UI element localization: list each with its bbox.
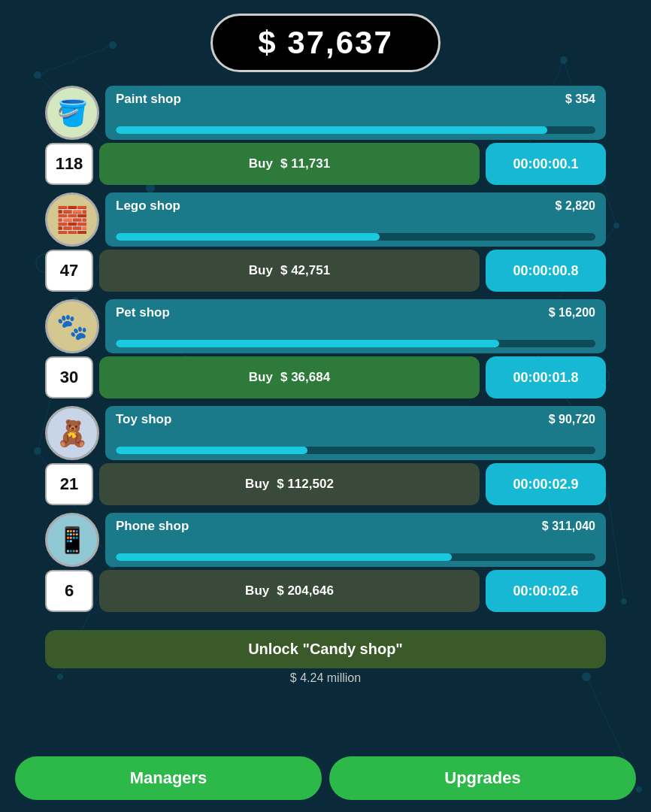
shop-card-toy-shop: 🧸 Toy shop $ 90,720 21 Buy $ 112,502 00:…: [45, 406, 606, 505]
shop-earning-pet-shop: $ 16,200: [549, 306, 595, 320]
unlock-label: Unlock "Candy shop": [248, 641, 403, 657]
timer-text-phone-shop: 00:00:02.6: [513, 583, 578, 599]
buy-label-toy-shop: Buy: [245, 477, 269, 492]
shop-name-lego-shop: Lego shop: [116, 198, 180, 214]
shop-timer-button-phone-shop[interactable]: 00:00:02.6: [486, 570, 606, 612]
shop-icon-phone-shop: 📱: [45, 513, 99, 567]
shop-info-bar-lego-shop: Lego shop $ 2,820: [105, 192, 606, 247]
shop-icon-paint-shop: 🪣: [45, 86, 99, 140]
shop-name-phone-shop: Phone shop: [116, 519, 189, 534]
unlock-candy-shop-button[interactable]: Unlock "Candy shop": [45, 630, 606, 668]
shop-earning-paint-shop: $ 354: [565, 92, 595, 106]
buy-label-pet-shop: Buy: [249, 370, 273, 385]
shop-timer-button-pet-shop[interactable]: 00:00:01.8: [486, 356, 606, 398]
shop-earning-lego-shop: $ 2,820: [556, 199, 595, 213]
shop-earning-toy-shop: $ 90,720: [549, 413, 595, 426]
shop-name-paint-shop: Paint shop: [116, 92, 181, 107]
shop-progress-lego-shop: [116, 233, 595, 241]
shop-buy-button-lego-shop[interactable]: Buy $ 42,751: [99, 250, 480, 292]
managers-button[interactable]: Managers: [15, 756, 322, 800]
balance-box: $ 37,637: [210, 14, 441, 72]
shop-card-pet-shop: 🐾 Pet shop $ 16,200 30 Buy $ 36,684 00:0…: [45, 299, 606, 398]
shop-timer-button-toy-shop[interactable]: 00:00:02.9: [486, 463, 606, 505]
buy-price-pet-shop: $ 36,684: [280, 370, 330, 385]
shop-card-paint-shop: 🪣 Paint shop $ 354 118 Buy $ 11,731 00:0…: [45, 86, 606, 185]
buy-price-paint-shop: $ 11,731: [280, 156, 330, 171]
shop-icon-lego-shop: 🧱: [45, 192, 99, 247]
balance-text: $ 37,637: [258, 25, 393, 60]
buy-label-lego-shop: Buy: [249, 263, 273, 278]
timer-text-toy-shop: 00:00:02.9: [513, 477, 578, 492]
shop-buy-button-pet-shop[interactable]: Buy $ 36,684: [99, 356, 480, 398]
shop-info-bar-phone-shop: Phone shop $ 311,040: [105, 513, 606, 567]
buy-label-paint-shop: Buy: [249, 156, 273, 171]
shop-progress-paint-shop: [116, 126, 595, 134]
shop-count-pet-shop: 30: [45, 356, 93, 398]
shop-name-toy-shop: Toy shop: [116, 412, 171, 427]
buy-price-phone-shop: $ 204,646: [277, 583, 334, 598]
shop-timer-button-paint-shop[interactable]: 00:00:00.1: [486, 143, 606, 185]
shop-count-lego-shop: 47: [45, 250, 93, 292]
shop-earning-phone-shop: $ 311,040: [542, 520, 595, 533]
shop-count-toy-shop: 21: [45, 463, 93, 505]
unlock-section: Unlock "Candy shop" $ 4.24 million: [45, 630, 606, 685]
buy-price-lego-shop: $ 42,751: [280, 263, 330, 278]
shop-progress-pet-shop: [116, 340, 595, 347]
timer-text-lego-shop: 00:00:00.8: [513, 263, 578, 279]
unlock-cost: $ 4.24 million: [290, 671, 361, 685]
shop-card-phone-shop: 📱 Phone shop $ 311,040 6 Buy $ 204,646 0…: [45, 513, 606, 612]
managers-label: Managers: [130, 768, 207, 788]
shop-info-bar-paint-shop: Paint shop $ 354: [105, 86, 606, 140]
shop-progress-phone-shop: [116, 553, 595, 561]
shop-buy-button-toy-shop[interactable]: Buy $ 112,502: [99, 463, 480, 505]
shop-name-pet-shop: Pet shop: [116, 305, 170, 320]
shop-info-bar-pet-shop: Pet shop $ 16,200: [105, 299, 606, 353]
buy-label-phone-shop: Buy: [245, 583, 269, 598]
timer-text-paint-shop: 00:00:00.1: [513, 156, 578, 172]
upgrades-button[interactable]: Upgrades: [329, 756, 636, 800]
shop-icon-toy-shop: 🧸: [45, 406, 99, 460]
bottom-nav: Managers Upgrades: [0, 746, 651, 812]
upgrades-label: Upgrades: [444, 768, 520, 788]
shop-card-lego-shop: 🧱 Lego shop $ 2,820 47 Buy $ 42,751 00:0…: [45, 192, 606, 292]
shop-icon-pet-shop: 🐾: [45, 299, 99, 353]
buy-price-toy-shop: $ 112,502: [277, 477, 334, 492]
shop-timer-button-lego-shop[interactable]: 00:00:00.8: [486, 250, 606, 292]
shop-count-phone-shop: 6: [45, 570, 93, 612]
shop-progress-toy-shop: [116, 447, 595, 454]
shop-buy-button-phone-shop[interactable]: Buy $ 204,646: [99, 570, 480, 612]
timer-text-pet-shop: 00:00:01.8: [513, 370, 578, 386]
shop-count-paint-shop: 118: [45, 143, 93, 185]
shop-info-bar-toy-shop: Toy shop $ 90,720: [105, 406, 606, 460]
shop-buy-button-paint-shop[interactable]: Buy $ 11,731: [99, 143, 480, 185]
